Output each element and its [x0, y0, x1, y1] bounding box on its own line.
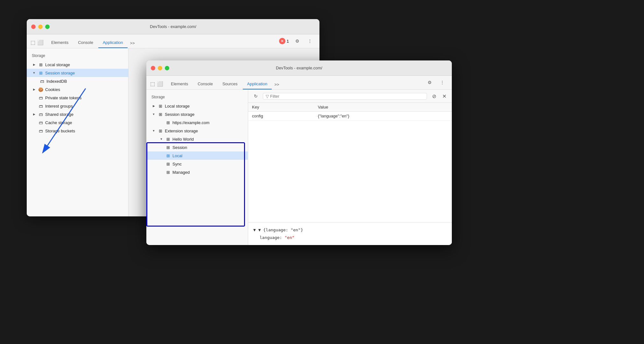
front-main-panel: ↻ ▽ ⊘ ✕ Key Value: [248, 90, 452, 245]
sidebar-item-shared-back[interactable]: ▶ 🗃 Shared storage: [27, 110, 128, 118]
back-tab-icons: ⬚ ⬜: [29, 39, 46, 48]
tab-console-front[interactable]: Console: [193, 79, 217, 89]
arrow-session-front: ▼: [151, 112, 156, 116]
console-prop-key: language:: [260, 235, 282, 240]
devtools-front-window: DevTools - example.com/ ⬚ ⬜ Elements Con…: [146, 60, 452, 245]
filter-input[interactable]: [270, 94, 424, 99]
db-icon-cache-back: 🗃: [38, 120, 43, 125]
settings-button-front[interactable]: ⚙: [425, 78, 434, 87]
sidebar-item-local-storage-back[interactable]: ▶ ⊞ Local storage: [27, 60, 128, 69]
sidebar-label-local-ext-front: Local: [172, 153, 182, 158]
sidebar-label-session-ext-front: Session: [172, 145, 187, 150]
front-devtools-body: Storage ▶ ⊞ Local storage ▼ ⊞ Session st…: [146, 90, 452, 245]
sidebar-item-local-ext-front[interactable]: ⊞ Local: [146, 151, 248, 160]
db-icon-interest-back: 🗃: [38, 103, 43, 109]
sidebar-label-sync-front: Sync: [172, 162, 182, 166]
device-icon[interactable]: ⬜: [37, 39, 44, 46]
sidebar-label-pst-back: Private state tokens: [45, 95, 81, 100]
col-value-header: Value: [314, 103, 452, 112]
back-title-bar: DevTools - example.com/: [27, 19, 319, 34]
db-icon-indexeddb-back: 🗃: [39, 79, 45, 84]
arrow-local-front: ▶: [151, 104, 156, 108]
sidebar-label-example-front: https://example.com: [172, 120, 209, 125]
back-tab-bar: ⬚ ⬜ Elements Console Application >> ✕ 1 …: [27, 34, 319, 48]
table-icon-local-front: ⊞: [158, 103, 163, 109]
tab-sources-front[interactable]: Sources: [218, 79, 242, 89]
sidebar-label-local-back: Local storage: [45, 62, 70, 67]
more-button-front[interactable]: ⋮: [438, 78, 447, 87]
back-tab-bar-right: ✕ 1 ⚙ ⋮: [279, 37, 317, 48]
error-count-badge: ✕: [279, 38, 285, 44]
sidebar-item-session-ext-front[interactable]: ⊞ Session: [146, 143, 248, 151]
front-maximize-button[interactable]: [165, 66, 169, 70]
tab-more-back[interactable]: >>: [128, 38, 137, 48]
sidebar-item-hello-front[interactable]: ▼ ⊞ Hello World: [146, 135, 248, 143]
sidebar-item-session-front[interactable]: ▼ ⊞ Session storage: [146, 110, 248, 118]
table-row[interactable]: config {"language":"en"}: [248, 112, 452, 121]
filter-actions: ⊘ ✕: [430, 92, 449, 101]
back-storage-section: Storage: [27, 52, 128, 60]
sidebar-label-buckets-back: Storage buckets: [45, 129, 75, 133]
front-close-button[interactable]: [151, 66, 155, 70]
db-icon-buckets-back: 🗃: [38, 128, 43, 133]
sidebar-item-cache-back[interactable]: ▶ 🗃 Cache storage: [27, 118, 128, 127]
sidebar-item-extension-front[interactable]: ▼ ⊞ Extension storage: [146, 127, 248, 135]
sidebar-item-pst-back[interactable]: ▶ 🗃 Private state tokens: [27, 94, 128, 102]
expand-icon: ▼: [253, 228, 258, 232]
back-minimize-button[interactable]: [38, 25, 43, 29]
sidebar-item-session-storage-back[interactable]: ▼ ⊞ Session storage: [27, 69, 128, 77]
sidebar-item-indexeddb-back[interactable]: 🗃 IndexedDB: [27, 77, 128, 85]
arrow-local-back: ▶: [32, 62, 36, 67]
console-prop-value: "en": [284, 235, 294, 240]
refresh-button[interactable]: ↻: [251, 92, 260, 101]
error-badge-wrap: ✕ 1: [279, 38, 289, 44]
front-title-bar: DevTools - example.com/: [146, 60, 452, 76]
table-icon-session-front: ⊞: [158, 112, 163, 117]
arrow-cookies-back: ▶: [32, 87, 36, 92]
more-button-back[interactable]: ⋮: [305, 37, 314, 46]
sidebar-item-interest-back[interactable]: ▶ 🗃 Interest groups: [27, 102, 128, 110]
back-maximize-button[interactable]: [45, 25, 50, 29]
front-tab-icons: ⬚ ⬜: [149, 81, 166, 89]
sidebar-label-local-front: Local storage: [165, 104, 190, 109]
close-filter-button[interactable]: ✕: [440, 92, 449, 101]
tab-console-back[interactable]: Console: [74, 38, 98, 48]
tab-elements-back[interactable]: Elements: [47, 38, 73, 48]
sidebar-item-buckets-back[interactable]: ▶ 🗃 Storage buckets: [27, 127, 128, 135]
console-line-2: language: "en": [253, 234, 447, 241]
back-close-button[interactable]: [31, 25, 36, 29]
tab-more-front[interactable]: >>: [272, 80, 281, 89]
sidebar-item-cookies-back[interactable]: ▶ 🍪 Cookies: [27, 85, 128, 94]
back-window-controls: [31, 25, 50, 29]
back-sidebar: Storage ▶ ⊞ Local storage ▼ ⊞ Session st…: [27, 48, 129, 216]
sidebar-item-managed-front[interactable]: ⊞ Managed: [146, 168, 248, 176]
cell-key: config: [248, 112, 314, 121]
cell-value: {"language":"en"}: [314, 112, 452, 121]
sidebar-item-sync-front[interactable]: ⊞ Sync: [146, 160, 248, 168]
sidebar-item-example-front[interactable]: ▶ ⊞ https://example.com: [146, 118, 248, 127]
inspector-icon-front[interactable]: ⬚: [150, 81, 155, 87]
tab-application-front[interactable]: Application: [243, 79, 272, 89]
table-icon-example-front: ⊞: [165, 120, 171, 125]
device-icon-front[interactable]: ⬜: [157, 81, 163, 87]
arrow-hello-front: ▼: [159, 137, 164, 141]
sidebar-label-session-back: Session storage: [45, 71, 75, 75]
error-count: 1: [287, 39, 289, 44]
col-key-header: Key: [248, 103, 314, 112]
sidebar-label-managed-front: Managed: [172, 170, 190, 175]
inspector-icon[interactable]: ⬚: [31, 39, 35, 46]
front-window-title: DevTools - example.com/: [276, 66, 322, 70]
console-line-1: ▼ ▼ {language: "en"}: [253, 226, 447, 234]
front-window-controls: [151, 66, 169, 70]
settings-button-back[interactable]: ⚙: [293, 37, 302, 46]
sidebar-item-local-front[interactable]: ▶ ⊞ Local storage: [146, 102, 248, 110]
tab-application-back[interactable]: Application: [98, 38, 128, 48]
tab-elements-front[interactable]: Elements: [166, 79, 192, 89]
table-icon-sync-front: ⊞: [165, 161, 171, 166]
clear-filter-button[interactable]: ⊘: [430, 92, 438, 101]
table-icon-local-ext-front: ⊞: [165, 153, 171, 158]
front-minimize-button[interactable]: [158, 66, 162, 70]
sidebar-label-cache-back: Cache storage: [45, 120, 72, 125]
arrow-session-back: ▼: [32, 71, 36, 75]
table-icon-session-back: ⊞: [38, 70, 43, 75]
